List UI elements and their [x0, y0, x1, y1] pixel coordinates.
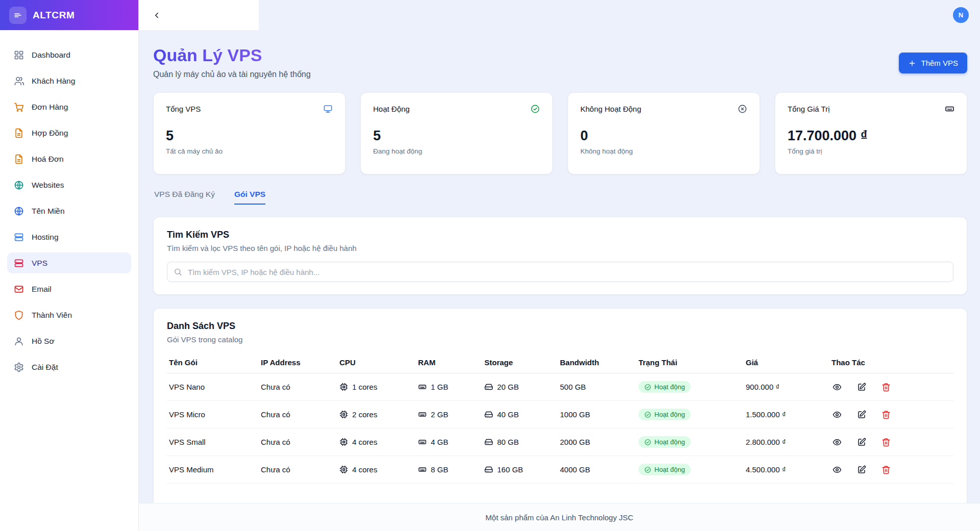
sidebar-item-hoa-don[interactable]: Hoá Đơn	[7, 148, 131, 169]
search-input[interactable]	[167, 262, 953, 282]
eye-icon	[832, 383, 842, 392]
add-vps-button[interactable]: Thêm VPS	[899, 53, 967, 73]
collapse-sidebar-button[interactable]	[149, 8, 164, 23]
edit-button[interactable]	[856, 382, 867, 393]
sidebar-item-label: VPS	[32, 259, 47, 268]
footer: Một sản phẩm của An Linh Technology JSC	[139, 503, 980, 531]
main-column: N Quản Lý VPS Quản lý máy chủ ảo và tài …	[139, 0, 980, 531]
vps-ram: 8 GB	[431, 465, 448, 474]
trash-icon	[881, 383, 891, 392]
sidebar-item-hosting[interactable]: Hosting	[7, 226, 131, 247]
row-actions	[831, 464, 949, 475]
stat-caption: Đang hoạt động	[373, 147, 540, 155]
sidebar-item-label: Thành Viên	[32, 311, 72, 320]
vps-ip: Chưa có	[261, 410, 290, 419]
sidebar-item-cai-dat[interactable]: Cài Đặt	[7, 357, 131, 377]
grid-icon	[14, 50, 24, 60]
view-button[interactable]	[831, 382, 843, 393]
stat-card-hoat-dong: Hoạt Động5Đang hoạt động	[360, 92, 553, 174]
status-badge: Hoạt động	[639, 436, 691, 448]
vps-storage: 80 GB	[497, 438, 519, 446]
delete-button[interactable]	[880, 382, 892, 393]
status-badge: Hoạt động	[639, 381, 691, 393]
check-circle-icon	[644, 411, 651, 418]
vps-ram: 1 GB	[431, 383, 448, 391]
delete-button[interactable]	[880, 409, 892, 420]
pencil-icon	[857, 438, 866, 447]
sidebar-item-don-hang[interactable]: Đơn Hàng	[7, 96, 131, 117]
sidebar-item-email[interactable]: Email	[7, 279, 131, 299]
footer-text: Một sản phẩm của An Linh Technology JSC	[485, 513, 633, 522]
vps-price: 1.500.000 ₫	[746, 410, 786, 419]
tab-vps-da-dang-ky[interactable]: VPS Đã Đăng Ký	[154, 190, 215, 205]
page-header-text: Quản Lý VPS Quản lý máy chủ ảo và tài ng…	[153, 45, 311, 79]
users-icon	[14, 76, 24, 86]
delete-button[interactable]	[880, 437, 892, 448]
view-button[interactable]	[831, 409, 843, 420]
vps-cpu: 4 cores	[352, 465, 377, 474]
vps-list-subtitle: Gói VPS trong catalog	[167, 335, 953, 344]
sidebar-item-websites[interactable]: Websites	[7, 174, 131, 195]
globe-icon	[14, 206, 24, 216]
topbar-right: N	[953, 7, 980, 23]
edit-button[interactable]	[856, 464, 867, 475]
tabs: VPS Đã Đăng KýGói VPS	[153, 190, 967, 205]
edit-button[interactable]	[856, 437, 867, 448]
topbar-left	[139, 0, 259, 30]
stat-card-tong-vps: Tổng VPS5Tất cả máy chủ ảo	[153, 92, 346, 174]
trash-icon	[881, 410, 891, 419]
sidebar: ALTCRM DashboardKhách HàngĐơn HàngHợp Đồ…	[0, 0, 139, 531]
server-icon	[14, 258, 24, 268]
view-button[interactable]	[831, 464, 843, 475]
edit-button[interactable]	[856, 409, 867, 420]
cpu-icon	[339, 438, 348, 446]
search-card-description: Tìm kiếm và lọc VPS theo tên gói, IP hoặ…	[167, 244, 953, 252]
memory-icon	[418, 438, 427, 446]
monitor-icon	[323, 104, 333, 114]
stat-card-top: Tổng Giá Trị	[788, 104, 954, 114]
sidebar-item-label: Tên Miền	[32, 207, 65, 216]
page-subtitle: Quản lý máy chủ ảo và tài nguyên hệ thốn…	[153, 70, 311, 79]
plus-icon	[908, 59, 916, 67]
eye-icon	[832, 438, 842, 447]
delete-button[interactable]	[880, 464, 892, 475]
vps-table: Tên GóiIP AddressCPURAMStorageBandwidthT…	[167, 352, 953, 484]
stat-caption: Không hoạt động	[580, 147, 747, 155]
hard-drive-icon	[484, 383, 493, 391]
stats-row: Tổng VPS5Tất cả máy chủ ảoHoạt Động5Đang…	[153, 92, 967, 174]
sidebar-item-dashboard[interactable]: Dashboard	[7, 44, 131, 65]
vps-name: VPS Small	[169, 438, 206, 446]
stat-card-tong-gia-tri: Tổng Giá Trị17.700.000 ₫Tổng giá trị	[775, 92, 967, 174]
pencil-icon	[857, 465, 866, 474]
stat-card-khong-hoat-dong: Không Hoạt Động0Không hoạt động	[568, 92, 760, 174]
sidebar-item-label: Hoá Đơn	[32, 155, 64, 164]
memory-icon	[945, 104, 954, 114]
trash-icon	[881, 438, 891, 447]
user-avatar[interactable]: N	[953, 7, 969, 23]
column-header-trang-thai: Trạng Thái	[636, 352, 744, 373]
vps-storage: 20 GB	[497, 383, 519, 391]
stat-card-top: Tổng VPS	[166, 104, 333, 114]
cpu-icon	[339, 465, 348, 474]
table-row: VPS NanoChưa có1 cores1 GB20 GB500 GBHoạ…	[167, 373, 953, 401]
sidebar-item-vps[interactable]: VPS	[7, 252, 131, 273]
column-header-storage: Storage	[482, 352, 558, 373]
table-row: VPS MediumChưa có4 cores8 GB160 GB4000 G…	[167, 456, 953, 484]
check-circle-icon	[644, 466, 651, 473]
cpu-icon	[339, 383, 348, 391]
sidebar-item-label: Hợp Đồng	[32, 129, 68, 138]
sidebar-item-label: Websites	[32, 181, 64, 190]
hard-drive-icon	[484, 465, 493, 474]
column-header-ip-address: IP Address	[259, 352, 337, 373]
sidebar-nav: DashboardKhách HàngĐơn HàngHợp ĐồngHoá Đ…	[0, 30, 138, 392]
view-button[interactable]	[831, 437, 843, 448]
sidebar-item-ten-mien[interactable]: Tên Miền	[7, 200, 131, 221]
row-actions	[831, 382, 949, 393]
sidebar-item-ho-so[interactable]: Hồ Sơ	[7, 331, 131, 351]
sidebar-item-label: Dashboard	[32, 50, 70, 60]
tab-goi-vps[interactable]: Gói VPS	[234, 190, 265, 205]
sidebar-item-khach-hang[interactable]: Khách Hàng	[7, 70, 131, 91]
sidebar-item-thanh-vien[interactable]: Thành Viên	[7, 305, 131, 325]
sidebar-item-hop-dong[interactable]: Hợp Đồng	[7, 122, 131, 143]
sidebar-item-label: Đơn Hàng	[32, 103, 68, 112]
